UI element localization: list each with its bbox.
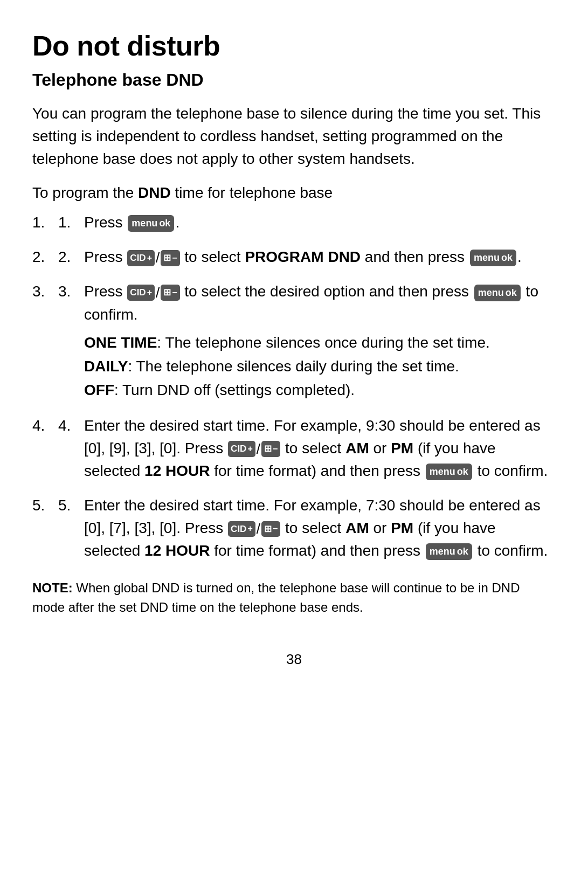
12hour-bold-4: 12 HOUR: [144, 462, 210, 479]
channel-icon-2: ⊞: [163, 251, 171, 265]
step-2-content: Press CID + / ⊞ − to select PROGRAM DND …: [84, 246, 556, 268]
plus-sign-3: +: [147, 286, 152, 299]
slash-5: /: [257, 521, 260, 537]
step-3: 3. Press CID + / ⊞ − to select the desir…: [32, 280, 556, 402]
cid-plus-button-5[interactable]: CID +: [228, 521, 255, 537]
steps-list: 1. Press menu ok . 2. Press CID + / ⊞ − …: [32, 211, 556, 562]
menu-ok-button-2[interactable]: menu ok: [470, 250, 516, 266]
channel-icon-4: ⊞: [264, 442, 272, 456]
step-2-number: 2.: [58, 246, 84, 268]
plus-sign-4: +: [247, 443, 252, 455]
step-1: 1. Press menu ok .: [32, 211, 556, 234]
channel-icon-3: ⊞: [163, 286, 171, 300]
one-time-bold: ONE TIME: [84, 334, 157, 351]
subitem-one-time: ONE TIME: The telephone silences once du…: [84, 331, 556, 354]
12hour-bold-5: 12 HOUR: [144, 542, 210, 559]
menu-ok-button-4[interactable]: menu ok: [426, 464, 472, 480]
pm-bold-4: PM: [391, 440, 413, 457]
daily-bold: DAILY: [84, 358, 128, 375]
channel-icon-5: ⊞: [264, 522, 272, 536]
step-3-content: Press CID + / ⊞ − to select the desired …: [84, 280, 556, 402]
intro-paragraph: You can program the telephone base to si…: [32, 102, 556, 170]
step-1-number: 1.: [58, 211, 84, 234]
program-dnd-bold: PROGRAM DND: [245, 248, 361, 265]
channel-minus-button-3[interactable]: ⊞ −: [161, 285, 179, 301]
off-bold: OFF: [84, 382, 114, 398]
menu-label-2: menu: [474, 251, 500, 265]
step-2: 2. Press CID + / ⊞ − to select PROGRAM D…: [32, 246, 556, 268]
step-4: 4. Enter the desired start time. For exa…: [32, 414, 556, 482]
cid-label-2: CID: [130, 251, 146, 265]
to-program-text: To program the DND time for telephone ba…: [32, 182, 556, 204]
page-number: 38: [32, 649, 556, 670]
cid-label-5: CID: [231, 522, 246, 536]
plus-sign-2: +: [147, 252, 152, 265]
ok-label-1: ok: [159, 216, 170, 231]
ok-label-3: ok: [506, 286, 517, 300]
subitem-daily: DAILY: The telephone silences daily duri…: [84, 355, 556, 378]
page-title: Do not disturb: [32, 26, 556, 66]
channel-minus-button-5[interactable]: ⊞ −: [261, 521, 280, 537]
subitem-off: OFF: Turn DND off (settings completed).: [84, 379, 556, 402]
minus-sign-5: −: [273, 522, 278, 535]
step-3-number: 3.: [58, 280, 84, 303]
am-bold-4: AM: [345, 440, 369, 457]
dnd-bold: DND: [138, 184, 171, 201]
menu-label-1: menu: [132, 216, 157, 231]
menu-ok-button-5[interactable]: menu ok: [426, 543, 472, 560]
menu-ok-button-1[interactable]: menu ok: [128, 215, 174, 232]
note-paragraph: NOTE: When global DND is turned on, the …: [32, 578, 556, 617]
slash-4: /: [257, 441, 260, 457]
note-text: When global DND is turned on, the teleph…: [32, 580, 520, 614]
ok-label-4: ok: [457, 465, 468, 479]
slash-3: /: [156, 285, 160, 301]
cid-plus-button-3[interactable]: CID +: [127, 285, 155, 301]
pm-bold-5: PM: [391, 520, 413, 536]
minus-sign-2: −: [172, 252, 177, 265]
menu-label-3: menu: [478, 286, 504, 300]
step-3-subitems: ONE TIME: The telephone silences once du…: [84, 331, 556, 402]
cid-plus-button-2[interactable]: CID +: [127, 250, 155, 266]
menu-label-4: menu: [430, 465, 455, 479]
channel-minus-button-4[interactable]: ⊞ −: [261, 441, 280, 457]
menu-ok-button-3[interactable]: menu ok: [474, 285, 521, 301]
step-5-number: 5.: [58, 494, 84, 517]
ok-label-2: ok: [501, 251, 513, 265]
cid-label-4: CID: [231, 442, 246, 456]
step-1-content: Press menu ok .: [84, 211, 556, 234]
plus-sign-5: +: [247, 522, 252, 535]
step-4-content: Enter the desired start time. For exampl…: [84, 414, 556, 482]
cid-plus-button-4[interactable]: CID +: [228, 441, 255, 457]
minus-sign-4: −: [273, 443, 278, 455]
channel-minus-button-2[interactable]: ⊞ −: [161, 250, 179, 266]
cid-label-3: CID: [130, 286, 146, 300]
minus-sign-3: −: [172, 286, 177, 299]
step-4-number: 4.: [58, 414, 84, 437]
page-subtitle: Telephone base DND: [32, 67, 556, 92]
step-5-content: Enter the desired start time. For exampl…: [84, 494, 556, 562]
menu-label-5: menu: [430, 544, 455, 559]
ok-label-5: ok: [457, 544, 468, 559]
step-5: 5. Enter the desired start time. For exa…: [32, 494, 556, 562]
slash-2: /: [156, 250, 160, 266]
am-bold-5: AM: [345, 520, 369, 536]
note-label: NOTE:: [32, 580, 73, 595]
